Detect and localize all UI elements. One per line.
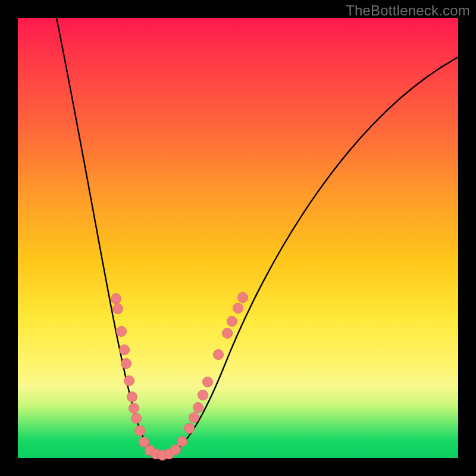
data-dot	[189, 413, 199, 423]
data-dot	[238, 293, 248, 303]
data-dot	[135, 426, 145, 436]
data-dot	[193, 403, 203, 413]
data-dot	[129, 403, 139, 414]
data-dot	[131, 414, 142, 424]
data-dot	[120, 345, 130, 355]
data-dot	[113, 304, 123, 314]
chart-frame: TheBottleneck.com	[0, 0, 476, 476]
data-dot	[203, 377, 213, 387]
plot-area	[18, 18, 458, 458]
data-dot	[227, 317, 237, 327]
data-dots	[111, 293, 248, 461]
data-dot	[124, 376, 134, 386]
data-dot	[171, 445, 181, 455]
data-dot	[177, 437, 187, 447]
watermark-text: TheBottleneck.com	[346, 2, 470, 19]
bottleneck-curve	[57, 18, 458, 455]
data-dot	[111, 294, 121, 304]
data-dot	[198, 390, 208, 400]
data-dot	[117, 327, 127, 337]
curve-svg	[18, 18, 458, 458]
data-dot	[127, 392, 137, 402]
data-dot	[121, 359, 131, 369]
data-dot	[223, 328, 233, 339]
data-dot	[139, 437, 149, 447]
data-dot	[214, 350, 224, 360]
data-dot	[233, 303, 243, 314]
data-dot	[184, 424, 195, 434]
